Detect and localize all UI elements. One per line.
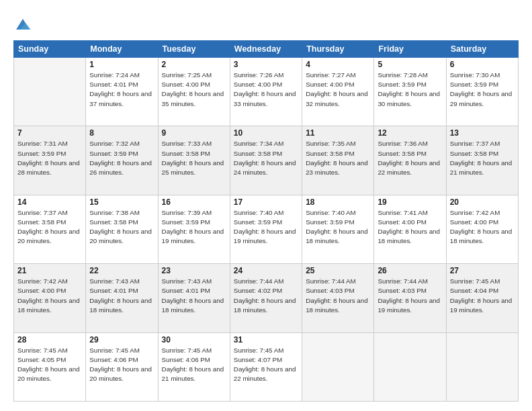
- day-info: Sunrise: 7:44 AM Sunset: 4:03 PM Dayligh…: [378, 277, 442, 315]
- day-number: 21: [17, 266, 82, 275]
- calendar-cell-w4-d6: [446, 332, 518, 401]
- day-number: 5: [378, 60, 442, 69]
- day-number: 1: [89, 60, 154, 69]
- day-info: Sunrise: 7:28 AM Sunset: 3:59 PM Dayligh…: [378, 71, 442, 109]
- day-info: Sunrise: 7:33 AM Sunset: 3:58 PM Dayligh…: [162, 139, 226, 177]
- day-number: 6: [450, 60, 515, 69]
- calendar-cell-w3-d3: 24Sunrise: 7:44 AM Sunset: 4:02 PM Dayli…: [230, 264, 302, 332]
- calendar-cell-w0-d2: 2Sunrise: 7:25 AM Sunset: 4:00 PM Daylig…: [158, 58, 230, 126]
- calendar-cell-w2-d3: 17Sunrise: 7:40 AM Sunset: 3:59 PM Dayli…: [230, 195, 302, 263]
- calendar-cell-w0-d1: 1Sunrise: 7:24 AM Sunset: 4:01 PM Daylig…: [86, 58, 158, 126]
- calendar-cell-w4-d3: 31Sunrise: 7:45 AM Sunset: 4:07 PM Dayli…: [230, 332, 302, 401]
- day-info: Sunrise: 7:45 AM Sunset: 4:07 PM Dayligh…: [234, 346, 298, 384]
- calendar-cell-w4-d2: 30Sunrise: 7:45 AM Sunset: 4:06 PM Dayli…: [158, 332, 230, 401]
- weekday-thursday: Thursday: [302, 41, 374, 58]
- day-info: Sunrise: 7:39 AM Sunset: 3:59 PM Dayligh…: [162, 208, 226, 246]
- day-number: 10: [234, 128, 298, 138]
- calendar-week-4: 28Sunrise: 7:45 AM Sunset: 4:05 PM Dayli…: [14, 332, 519, 401]
- calendar-cell-w4-d0: 28Sunrise: 7:45 AM Sunset: 4:05 PM Dayli…: [14, 332, 86, 401]
- day-number: 16: [162, 197, 226, 207]
- day-info: Sunrise: 7:27 AM Sunset: 4:00 PM Dayligh…: [306, 71, 370, 109]
- day-info: Sunrise: 7:35 AM Sunset: 3:58 PM Dayligh…: [306, 139, 370, 177]
- day-info: Sunrise: 7:30 AM Sunset: 3:59 PM Dayligh…: [450, 71, 515, 109]
- day-info: Sunrise: 7:25 AM Sunset: 4:00 PM Dayligh…: [162, 71, 226, 109]
- calendar-cell-w4-d5: [374, 332, 446, 401]
- day-number: 26: [378, 266, 442, 275]
- calendar-cell-w0-d5: 5Sunrise: 7:28 AM Sunset: 3:59 PM Daylig…: [374, 58, 446, 126]
- day-info: Sunrise: 7:42 AM Sunset: 4:00 PM Dayligh…: [450, 208, 515, 246]
- day-number: 17: [234, 197, 298, 207]
- day-info: Sunrise: 7:34 AM Sunset: 3:58 PM Dayligh…: [234, 139, 298, 177]
- day-number: 2: [162, 60, 226, 69]
- day-info: Sunrise: 7:37 AM Sunset: 3:58 PM Dayligh…: [17, 208, 82, 246]
- day-number: 25: [306, 266, 370, 275]
- calendar-cell-w2-d6: 20Sunrise: 7:42 AM Sunset: 4:00 PM Dayli…: [446, 195, 518, 263]
- calendar-week-3: 21Sunrise: 7:42 AM Sunset: 4:00 PM Dayli…: [14, 264, 519, 332]
- calendar-cell-w0-d6: 6Sunrise: 7:30 AM Sunset: 3:59 PM Daylig…: [446, 58, 518, 126]
- day-info: Sunrise: 7:45 AM Sunset: 4:06 PM Dayligh…: [162, 346, 226, 384]
- day-info: Sunrise: 7:31 AM Sunset: 3:59 PM Dayligh…: [17, 139, 82, 177]
- day-number: 29: [89, 335, 154, 345]
- day-number: 14: [17, 197, 82, 207]
- day-info: Sunrise: 7:40 AM Sunset: 3:59 PM Dayligh…: [234, 208, 298, 246]
- logo: [13, 15, 35, 34]
- weekday-sunday: Sunday: [14, 41, 86, 58]
- day-number: 28: [17, 335, 82, 345]
- day-info: Sunrise: 7:42 AM Sunset: 4:00 PM Dayligh…: [17, 277, 82, 315]
- day-number: 13: [450, 128, 515, 138]
- calendar-cell-w3-d6: 27Sunrise: 7:45 AM Sunset: 4:04 PM Dayli…: [446, 264, 518, 332]
- day-info: Sunrise: 7:38 AM Sunset: 3:58 PM Dayligh…: [89, 208, 154, 246]
- day-number: 9: [162, 128, 226, 138]
- day-info: Sunrise: 7:32 AM Sunset: 3:59 PM Dayligh…: [89, 139, 154, 177]
- day-number: 18: [306, 197, 370, 207]
- day-info: Sunrise: 7:45 AM Sunset: 4:05 PM Dayligh…: [17, 346, 82, 384]
- calendar-table: SundayMondayTuesdayWednesdayThursdayFrid…: [13, 40, 519, 402]
- header: [13, 12, 519, 34]
- weekday-friday: Friday: [374, 41, 446, 58]
- day-number: 8: [89, 128, 154, 138]
- calendar-cell-w3-d2: 23Sunrise: 7:43 AM Sunset: 4:01 PM Dayli…: [158, 264, 230, 332]
- day-number: 19: [378, 197, 442, 207]
- calendar-cell-w3-d4: 25Sunrise: 7:44 AM Sunset: 4:03 PM Dayli…: [302, 264, 374, 332]
- weekday-saturday: Saturday: [446, 41, 518, 58]
- calendar-cell-w2-d2: 16Sunrise: 7:39 AM Sunset: 3:59 PM Dayli…: [158, 195, 230, 263]
- day-info: Sunrise: 7:43 AM Sunset: 4:01 PM Dayligh…: [89, 277, 154, 315]
- day-number: 24: [234, 266, 298, 275]
- calendar-cell-w1-d6: 13Sunrise: 7:37 AM Sunset: 3:58 PM Dayli…: [446, 126, 518, 195]
- calendar-cell-w1-d1: 8Sunrise: 7:32 AM Sunset: 3:59 PM Daylig…: [86, 126, 158, 195]
- day-info: Sunrise: 7:45 AM Sunset: 4:06 PM Dayligh…: [89, 346, 154, 384]
- day-info: Sunrise: 7:24 AM Sunset: 4:01 PM Dayligh…: [89, 71, 154, 109]
- day-number: 12: [378, 128, 442, 138]
- day-number: 27: [450, 266, 515, 275]
- calendar-cell-w1-d3: 10Sunrise: 7:34 AM Sunset: 3:58 PM Dayli…: [230, 126, 302, 195]
- calendar-cell-w2-d0: 14Sunrise: 7:37 AM Sunset: 3:58 PM Dayli…: [14, 195, 86, 263]
- weekday-wednesday: Wednesday: [230, 41, 302, 58]
- day-number: 23: [162, 266, 226, 275]
- calendar-cell-w1-d0: 7Sunrise: 7:31 AM Sunset: 3:59 PM Daylig…: [14, 126, 86, 195]
- weekday-tuesday: Tuesday: [158, 41, 230, 58]
- calendar-cell-w1-d2: 9Sunrise: 7:33 AM Sunset: 3:58 PM Daylig…: [158, 126, 230, 195]
- calendar-cell-w2-d4: 18Sunrise: 7:40 AM Sunset: 3:59 PM Dayli…: [302, 195, 374, 263]
- calendar-cell-w0-d3: 3Sunrise: 7:26 AM Sunset: 4:00 PM Daylig…: [230, 58, 302, 126]
- day-info: Sunrise: 7:43 AM Sunset: 4:01 PM Dayligh…: [162, 277, 226, 315]
- logo-icon: [13, 15, 32, 34]
- day-info: Sunrise: 7:36 AM Sunset: 3:58 PM Dayligh…: [378, 139, 442, 177]
- day-info: Sunrise: 7:41 AM Sunset: 4:00 PM Dayligh…: [378, 208, 442, 246]
- calendar-cell-w3-d5: 26Sunrise: 7:44 AM Sunset: 4:03 PM Dayli…: [374, 264, 446, 332]
- calendar-cell-w3-d1: 22Sunrise: 7:43 AM Sunset: 4:01 PM Dayli…: [86, 264, 158, 332]
- day-info: Sunrise: 7:44 AM Sunset: 4:02 PM Dayligh…: [234, 277, 298, 315]
- day-number: 22: [89, 266, 154, 275]
- day-info: Sunrise: 7:40 AM Sunset: 3:59 PM Dayligh…: [306, 208, 370, 246]
- weekday-header-row: SundayMondayTuesdayWednesdayThursdayFrid…: [14, 41, 519, 58]
- calendar-cell-w2-d1: 15Sunrise: 7:38 AM Sunset: 3:58 PM Dayli…: [86, 195, 158, 263]
- calendar-cell-w2-d5: 19Sunrise: 7:41 AM Sunset: 4:00 PM Dayli…: [374, 195, 446, 263]
- calendar-cell-w1-d4: 11Sunrise: 7:35 AM Sunset: 3:58 PM Dayli…: [302, 126, 374, 195]
- day-info: Sunrise: 7:44 AM Sunset: 4:03 PM Dayligh…: [306, 277, 370, 315]
- calendar-week-2: 14Sunrise: 7:37 AM Sunset: 3:58 PM Dayli…: [14, 195, 519, 263]
- calendar-cell-w3-d0: 21Sunrise: 7:42 AM Sunset: 4:00 PM Dayli…: [14, 264, 86, 332]
- day-number: 7: [17, 128, 82, 138]
- calendar-cell-w0-d0: [14, 58, 86, 126]
- day-info: Sunrise: 7:37 AM Sunset: 3:58 PM Dayligh…: [450, 139, 515, 177]
- day-number: 4: [306, 60, 370, 69]
- calendar-cell-w4-d4: [302, 332, 374, 401]
